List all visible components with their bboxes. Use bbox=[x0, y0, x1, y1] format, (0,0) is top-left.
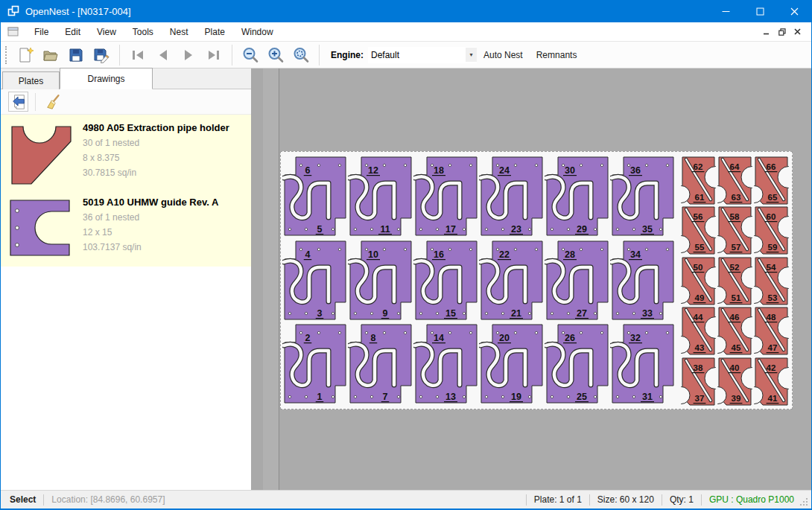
svg-text:56: 56 bbox=[694, 212, 703, 221]
status-separator bbox=[701, 494, 702, 506]
svg-text:53: 53 bbox=[768, 293, 778, 302]
nest-part-pair-55-56[interactable]: 5655 bbox=[681, 206, 716, 255]
toolbar-grip[interactable] bbox=[5, 46, 8, 64]
first-plate-button[interactable] bbox=[127, 44, 149, 66]
svg-text:46: 46 bbox=[730, 313, 740, 322]
nest-part-pair-63-64[interactable]: 6463 bbox=[717, 156, 752, 205]
nest-part-pair-25-26[interactable]: 2625 bbox=[545, 322, 610, 405]
drawing-list: 4980 A05 Extraction pipe holder 30 of 1 … bbox=[1, 115, 251, 267]
svg-text:33: 33 bbox=[642, 308, 653, 319]
nest-part-pair-27-28[interactable]: 2827 bbox=[545, 239, 610, 322]
nest-part-pair-37-38[interactable]: 3837 bbox=[681, 357, 716, 406]
svg-text:58: 58 bbox=[730, 212, 740, 221]
svg-text:29: 29 bbox=[577, 224, 587, 235]
tab-strip: Plates Drawings bbox=[1, 68, 251, 89]
nest-part-pair-17-18[interactable]: 1817 bbox=[413, 155, 479, 238]
status-separator bbox=[43, 494, 44, 506]
tab-plates[interactable]: Plates bbox=[2, 71, 60, 89]
drawing-size: 8 x 8.375 bbox=[83, 150, 247, 165]
svg-text:19: 19 bbox=[511, 392, 521, 402]
save-as-button[interactable] bbox=[90, 44, 112, 66]
nest-part-pair-65-66[interactable]: 6665 bbox=[754, 156, 789, 205]
mdi-minimize-button[interactable] bbox=[758, 25, 774, 39]
remnants-button[interactable]: Remnants bbox=[530, 45, 584, 65]
menu-view[interactable]: View bbox=[89, 24, 124, 40]
status-separator bbox=[589, 494, 590, 506]
menu-nest[interactable]: Nest bbox=[162, 24, 197, 40]
panel-splitter[interactable] bbox=[251, 68, 263, 490]
plate[interactable]: 6512111817242330293635431091615222128273… bbox=[280, 151, 793, 409]
menu-edit[interactable]: Edit bbox=[57, 24, 89, 40]
chevron-down-icon[interactable]: ▾ bbox=[466, 48, 477, 62]
nest-part-pair-49-50[interactable]: 5049 bbox=[681, 257, 716, 305]
nest-part-pair-7-8[interactable]: 87 bbox=[348, 322, 413, 405]
new-file-button[interactable] bbox=[14, 44, 37, 66]
minimize-button[interactable] bbox=[708, 0, 743, 22]
toolbar-separator bbox=[232, 45, 232, 66]
nest-part-pair-45-46[interactable]: 4645 bbox=[717, 307, 752, 355]
last-plate-button[interactable] bbox=[203, 44, 225, 66]
engine-dropdown[interactable]: Default ▾ bbox=[368, 47, 477, 63]
nest-part-pair-3-4[interactable]: 43 bbox=[282, 239, 348, 322]
auto-nest-button[interactable]: Auto Nest bbox=[477, 45, 530, 65]
menu-tools[interactable]: Tools bbox=[124, 24, 162, 40]
svg-text:20: 20 bbox=[499, 333, 510, 343]
nest-part-pair-59-60[interactable]: 6059 bbox=[754, 206, 789, 255]
nest-part-pair-43-44[interactable]: 4443 bbox=[681, 307, 716, 355]
menu-plate[interactable]: Plate bbox=[197, 24, 233, 40]
menu-window[interactable]: Window bbox=[233, 24, 282, 40]
nest-part-pair-31-32[interactable]: 3231 bbox=[610, 322, 676, 405]
nest-part-pair-13-14[interactable]: 1413 bbox=[413, 322, 479, 405]
svg-text:57: 57 bbox=[732, 243, 741, 252]
drawing-item[interactable]: 5019 A10 UHMW guide Rev. A 36 of 1 neste… bbox=[1, 192, 251, 262]
previous-plate-button[interactable] bbox=[152, 44, 174, 66]
nest-part-pair-41-42[interactable]: 4241 bbox=[754, 357, 789, 406]
nest-part-pair-15-16[interactable]: 1615 bbox=[413, 239, 479, 322]
tab-drawings-label: Drawings bbox=[87, 74, 124, 84]
clear-drawings-button[interactable] bbox=[43, 92, 63, 112]
nest-part-pair-35-36[interactable]: 3635 bbox=[610, 155, 676, 238]
resize-grip[interactable] bbox=[799, 497, 809, 507]
nest-part-pair-33-34[interactable]: 3433 bbox=[610, 239, 676, 322]
nest-part-pair-53-54[interactable]: 5453 bbox=[754, 257, 789, 305]
close-button[interactable] bbox=[777, 0, 811, 22]
nest-part-pair-21-22[interactable]: 2221 bbox=[479, 239, 545, 322]
nest-part-pair-29-30[interactable]: 3029 bbox=[545, 155, 610, 238]
nest-part-pair-61-62[interactable]: 6261 bbox=[681, 156, 716, 205]
svg-text:54: 54 bbox=[767, 263, 776, 272]
nest-part-pair-39-40[interactable]: 4039 bbox=[717, 357, 752, 406]
tab-drawings[interactable]: Drawings bbox=[60, 68, 153, 89]
open-file-button[interactable] bbox=[39, 44, 62, 66]
next-plate-button[interactable] bbox=[177, 44, 200, 66]
svg-text:36: 36 bbox=[630, 165, 641, 176]
svg-text:4: 4 bbox=[305, 249, 311, 260]
nest-part-pair-57-58[interactable]: 5857 bbox=[717, 206, 752, 255]
svg-text:13: 13 bbox=[445, 392, 456, 402]
mdi-close-button[interactable] bbox=[790, 25, 805, 39]
main-toolbar: Engine: Default ▾ Auto Nest Remnants bbox=[1, 42, 811, 68]
nest-part-pair-19-20[interactable]: 2019 bbox=[479, 322, 545, 405]
nest-part-pair-23-24[interactable]: 2423 bbox=[479, 155, 545, 238]
mdi-restore-button[interactable] bbox=[774, 25, 790, 39]
zoom-extents-button[interactable] bbox=[290, 44, 312, 66]
nest-part-pair-5-6[interactable]: 65 bbox=[282, 155, 348, 238]
save-button[interactable] bbox=[65, 44, 87, 66]
nest-part-pair-1-2[interactable]: 21 bbox=[282, 322, 348, 405]
zoom-out-button[interactable] bbox=[239, 44, 261, 66]
svg-text:15: 15 bbox=[445, 308, 456, 319]
status-qty: Qty: 1 bbox=[670, 494, 694, 505]
engine-label: Engine: bbox=[331, 50, 364, 60]
mdi-document-icon[interactable] bbox=[7, 27, 19, 36]
menu-file[interactable]: File bbox=[26, 24, 57, 40]
drawing-item[interactable]: 4980 A05 Extraction pipe holder 30 of 1 … bbox=[1, 118, 251, 192]
maximize-button[interactable] bbox=[743, 0, 777, 22]
zoom-in-button[interactable] bbox=[264, 44, 287, 66]
nest-part-pair-9-10[interactable]: 109 bbox=[348, 239, 413, 322]
nest-canvas[interactable]: 6512111817242330293635431091615222128273… bbox=[263, 68, 811, 490]
nest-part-pair-47-48[interactable]: 4847 bbox=[754, 307, 789, 355]
nest-part-pair-51-52[interactable]: 5251 bbox=[717, 257, 752, 305]
svg-text:40: 40 bbox=[730, 363, 740, 372]
status-gpu: GPU : Quadro P1000 bbox=[709, 494, 794, 505]
return-drawing-button[interactable] bbox=[8, 92, 28, 112]
nest-part-pair-11-12[interactable]: 1211 bbox=[348, 155, 413, 238]
